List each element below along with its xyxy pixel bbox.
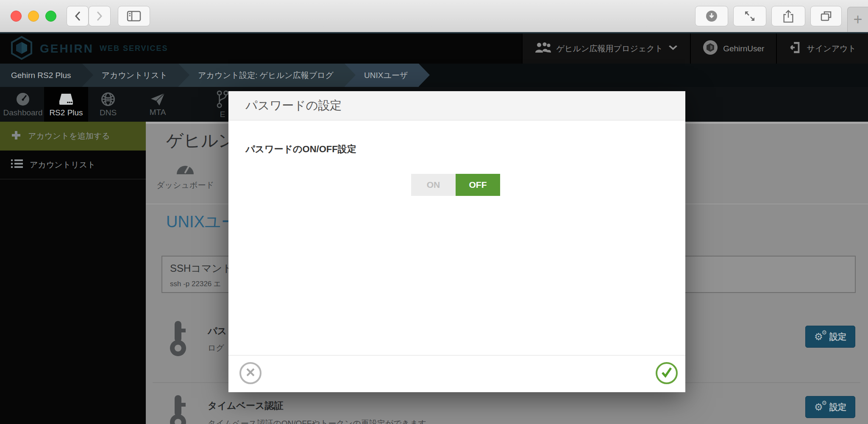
paper-plane-icon — [150, 92, 165, 106]
list-icon — [11, 159, 23, 171]
nav-label: DNS — [100, 108, 117, 117]
confirm-button[interactable] — [656, 362, 678, 384]
sign-out-button[interactable]: サインアウト — [776, 33, 868, 64]
nav-label: E — [220, 110, 225, 119]
project-name: ゲヒルン広報用プロジェクト — [556, 43, 663, 54]
sidebar-item-add-account[interactable]: アカウントを追加する — [0, 122, 146, 151]
chevron-left-icon — [74, 11, 81, 21]
password-onoff-label: パスワードのON/OFF設定 — [245, 143, 356, 156]
hexagon-logo-icon — [10, 36, 33, 62]
setting-row-description: ログ — [208, 343, 224, 354]
forward-button[interactable] — [89, 6, 111, 26]
gears-icon: ⚙⚙ — [814, 331, 826, 342]
share-icon — [782, 9, 795, 23]
close-x-icon — [245, 367, 256, 379]
timebase-settings-button[interactable]: ⚙⚙ 設定 — [805, 396, 855, 418]
password-settings-modal: パスワードの設定 パスワードのON/OFF設定 ON OFF — [228, 91, 685, 392]
toggle-on-option[interactable]: ON — [411, 174, 456, 196]
project-selector[interactable]: ゲヒルン広報用プロジェクト — [522, 33, 690, 64]
nav-label: RS2 Plus — [49, 108, 83, 117]
modal-header: パスワードの設定 — [228, 91, 685, 120]
breadcrumb-item[interactable]: アカウント設定: ゲヒルン広報ブログ — [178, 64, 345, 87]
check-icon — [661, 367, 673, 379]
share-button[interactable] — [771, 6, 805, 26]
user-name: GehirnUser — [723, 44, 764, 53]
section-title: UNIXユー — [166, 211, 237, 233]
header-menu: ゲヒルン広報用プロジェクト GehirnUser サインアウト — [522, 33, 868, 64]
sidebar-toggle-button[interactable] — [118, 6, 150, 26]
sidebar: アカウントを追加する アカウントリスト — [0, 122, 146, 424]
chevron-down-icon — [668, 44, 678, 53]
sign-out-label: サインアウト — [807, 43, 856, 54]
globe-icon — [100, 92, 116, 107]
zoom-window-button[interactable] — [45, 11, 56, 22]
download-icon — [705, 10, 718, 22]
tab-overview-button[interactable] — [810, 6, 842, 26]
app-header: GEHIRN WEB SERVICES ゲヒルン広報用プロジェクト Gehirn… — [0, 32, 868, 64]
browser-toolbar: + — [0, 0, 868, 32]
cancel-button[interactable] — [239, 362, 262, 384]
nav-label: MTA — [150, 108, 166, 117]
expand-arrows-icon — [743, 10, 756, 22]
downloads-button[interactable] — [695, 6, 728, 26]
nav-label: Dashboard — [3, 108, 43, 117]
password-onoff-toggle: ON OFF — [411, 174, 500, 196]
close-window-button[interactable] — [11, 11, 22, 22]
tab-dashboard[interactable]: ダッシュボード — [149, 163, 221, 191]
sidebar-item-account-list[interactable]: アカウントリスト — [0, 151, 146, 179]
tabs-icon — [820, 10, 832, 22]
plus-icon: + — [853, 11, 862, 28]
breadcrumb-item[interactable]: アカウントリスト — [82, 64, 179, 87]
avatar — [703, 40, 718, 57]
chevron-right-icon — [96, 11, 103, 21]
server-icon — [58, 92, 74, 107]
sidebar-item-label: アカウントリスト — [30, 159, 96, 170]
breadcrumb: Gehirn RS2 Plus アカウントリスト アカウント設定: ゲヒルン広報… — [0, 64, 868, 87]
toggle-off-option[interactable]: OFF — [456, 174, 500, 196]
button-label: 設定 — [829, 331, 846, 343]
nav-item-mta[interactable]: MTA — [136, 87, 180, 122]
nav-item-rs2plus[interactable]: RS2 Plus — [44, 87, 88, 122]
sidebar-icon — [127, 11, 141, 22]
breadcrumb-item[interactable]: Gehirn RS2 Plus — [0, 64, 82, 87]
modal-title: パスワードの設定 — [245, 98, 342, 114]
tab-label: ダッシュボード — [156, 180, 214, 191]
password-settings-button[interactable]: ⚙⚙ 設定 — [805, 326, 855, 348]
sidebar-item-label: アカウントを追加する — [28, 131, 110, 142]
back-button[interactable] — [67, 6, 89, 26]
gauge-icon — [15, 92, 31, 107]
nav-item-dashboard[interactable]: Dashboard — [3, 87, 42, 122]
setting-row-description: タイムベース認証のON/OFFやトークンの再設定ができます — [208, 418, 426, 424]
key-icon — [169, 393, 191, 424]
group-people-icon — [534, 42, 551, 56]
button-label: 設定 — [829, 402, 846, 413]
nav-item-dns[interactable]: DNS — [90, 87, 126, 122]
user-menu[interactable]: GehirnUser — [690, 33, 776, 64]
brand-subtitle: WEB SERVICES — [100, 44, 168, 53]
gauge-icon — [175, 163, 195, 176]
gears-icon: ⚙⚙ — [814, 402, 826, 413]
setting-row-title: タイムベース認証 — [208, 399, 284, 412]
modal-footer — [228, 355, 685, 392]
new-tab-button[interactable]: + — [847, 7, 868, 32]
browser-window: + GEHIRN WEB SERVICES ゲヒルン広報用プロジェクト — [0, 0, 868, 424]
sign-out-door-icon — [789, 41, 801, 56]
key-icon — [169, 319, 191, 358]
plus-icon — [11, 130, 21, 142]
page-title: ゲヒルン — [166, 129, 236, 152]
setting-row-title: パス — [208, 325, 227, 338]
brand-name: GEHIRN — [40, 42, 94, 56]
minimize-window-button[interactable] — [28, 11, 39, 22]
fullscreen-button[interactable] — [733, 6, 766, 26]
gehirn-logo[interactable]: GEHIRN WEB SERVICES — [10, 36, 168, 62]
breadcrumb-item[interactable]: UNIXユーザ — [345, 64, 419, 87]
